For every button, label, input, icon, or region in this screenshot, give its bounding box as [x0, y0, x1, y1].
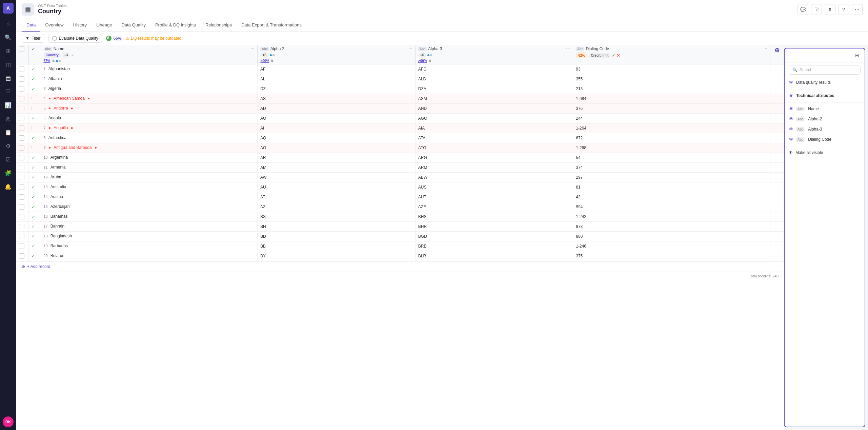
evaluate-dq-button[interactable]: Evaluate Data Quality: [48, 34, 102, 43]
cell-check-4[interactable]: [16, 94, 28, 104]
row-checkbox-15[interactable]: [19, 204, 24, 210]
sidebar-icon-chart[interactable]: ◫: [2, 58, 14, 71]
badge-country[interactable]: Country: [44, 53, 61, 58]
row-checkbox-17[interactable]: [19, 224, 24, 229]
more-button[interactable]: ⋯: [852, 4, 863, 15]
sidebar-icon-check[interactable]: ☑: [2, 153, 14, 165]
row-checkbox-20[interactable]: [19, 253, 24, 259]
col-more-dialing[interactable]: ⋯: [763, 46, 767, 51]
panel-search-box[interactable]: 🔍 Search: [789, 65, 861, 75]
row-checkbox-11[interactable]: [19, 165, 24, 170]
help-button[interactable]: ?: [838, 4, 849, 15]
select-all-header[interactable]: [16, 45, 28, 64]
row-checkbox-1[interactable]: [19, 66, 24, 72]
row-checkbox-6[interactable]: [19, 116, 24, 121]
sidebar-icon-settings[interactable]: ⚙: [2, 140, 14, 152]
badge-dialing-62[interactable]: 62%: [576, 53, 587, 58]
checkbox-button[interactable]: ☑: [811, 4, 822, 15]
sidebar-icon-grid[interactable]: ⊞: [2, 45, 14, 57]
row-checkbox-10[interactable]: [19, 155, 24, 160]
tab-data-quality[interactable]: Data Quality: [117, 19, 150, 32]
row-checkbox-19[interactable]: [19, 243, 24, 249]
filter-button[interactable]: ▼ Filter: [22, 34, 44, 43]
cell-check-3[interactable]: [16, 84, 28, 94]
add-column-icon[interactable]: ⊕: [774, 47, 780, 54]
row-checkbox-18[interactable]: [19, 234, 24, 239]
badge-x[interactable]: ✕: [617, 53, 620, 58]
sidebar-icon-bell[interactable]: 🔔: [2, 180, 14, 193]
col-more-alpha2[interactable]: ⋯: [408, 46, 412, 51]
sidebar-icon-catalog[interactable]: 📋: [2, 126, 14, 138]
panel-item-name[interactable]: 👁 Abc Name: [785, 104, 865, 114]
row-checkbox-14[interactable]: [19, 194, 24, 200]
badge-alpha3-plus[interactable]: +6: [418, 53, 426, 58]
panel-item-alpha3[interactable]: 👁 Abc Alpha-3: [785, 124, 865, 134]
cell-check-1[interactable]: [16, 64, 28, 74]
sidebar-icon-shield[interactable]: 🛡: [2, 85, 14, 98]
cell-check-6[interactable]: [16, 114, 28, 123]
badge-credit-limit[interactable]: Credit limit: [589, 53, 610, 58]
badge-plus3[interactable]: +3: [62, 53, 70, 58]
pct-alpha2[interactable]: >99%: [260, 59, 269, 63]
panel-item-alpha2[interactable]: 👁 Abc Alpha-2: [785, 114, 865, 124]
panel-item-technical[interactable]: 👁 Technical attributes: [785, 91, 865, 101]
cell-check-5[interactable]: [16, 104, 28, 114]
row-checkbox-16[interactable]: [19, 214, 24, 219]
sidebar-icon-puzzle[interactable]: 🧩: [2, 167, 14, 179]
col-more-alpha3[interactable]: ⋯: [566, 46, 570, 51]
cell-check-2[interactable]: [16, 74, 28, 84]
app-logo[interactable]: A: [3, 3, 14, 14]
tab-lineage[interactable]: Lineage: [92, 19, 117, 32]
select-all-checkbox[interactable]: [19, 46, 24, 52]
cell-check-17[interactable]: [16, 222, 28, 232]
row-checkbox-3[interactable]: [19, 86, 24, 92]
cell-check-20[interactable]: [16, 251, 28, 261]
cell-check-9[interactable]: [16, 143, 28, 153]
tab-relationships[interactable]: Relationships: [201, 19, 237, 32]
tab-profile-dq[interactable]: Profile & DQ insights: [150, 19, 201, 32]
cell-check-14[interactable]: [16, 192, 28, 202]
share-button[interactable]: ⬆: [825, 4, 835, 15]
sort-alpha2[interactable]: ⇅: [270, 59, 273, 63]
cell-check-7[interactable]: [16, 123, 28, 133]
badge-alpha2-plus[interactable]: +6: [260, 53, 268, 58]
tab-history[interactable]: History: [68, 19, 92, 32]
table-wrapper[interactable]: ✓ Abc Name ⋯ Country: [16, 45, 784, 430]
cell-check-18[interactable]: [16, 232, 28, 241]
row-checkbox-7[interactable]: [19, 125, 24, 131]
row-checkbox-12[interactable]: [19, 175, 24, 180]
sort-name[interactable]: ⇅: [52, 59, 55, 63]
make-all-visible-button[interactable]: 👁 Make all visible: [785, 148, 865, 158]
cell-check-11[interactable]: [16, 163, 28, 173]
row-checkbox-2[interactable]: [19, 76, 24, 82]
sort-alpha3[interactable]: ⇅: [428, 59, 431, 63]
cell-check-12[interactable]: [16, 173, 28, 182]
dq-percent[interactable]: 66%: [114, 36, 122, 41]
tab-data[interactable]: Data: [22, 19, 40, 32]
col-more-name[interactable]: ⋯: [250, 46, 255, 51]
pct-alpha3[interactable]: >99%: [418, 59, 427, 63]
panel-item-dq-results[interactable]: 👁 Data quality results: [785, 77, 865, 87]
sidebar-icon-explore[interactable]: ◎: [2, 113, 14, 125]
sidebar-icon-search[interactable]: 🔍: [2, 31, 14, 43]
sidebar-icon-analytics[interactable]: 📊: [2, 99, 14, 111]
add-column-header[interactable]: ⊕: [770, 45, 784, 64]
sidebar-icon-home[interactable]: ⌂: [2, 18, 14, 30]
comment-button[interactable]: 💬: [798, 4, 808, 15]
row-checkbox-13[interactable]: [19, 184, 24, 190]
row-checkbox-8[interactable]: [19, 135, 24, 141]
cell-check-8[interactable]: [16, 133, 28, 143]
user-avatar[interactable]: RK: [3, 416, 14, 427]
panel-toggle-icon[interactable]: ⊟: [854, 51, 861, 59]
cell-check-13[interactable]: [16, 182, 28, 192]
tab-overview[interactable]: Overview: [40, 19, 68, 32]
panel-item-dialing[interactable]: 👁 Abc Dialing Code: [785, 134, 865, 144]
cell-check-19[interactable]: [16, 241, 28, 251]
pct-name[interactable]: 67%: [44, 59, 51, 63]
cell-check-10[interactable]: [16, 153, 28, 163]
sidebar-icon-table[interactable]: ▤: [2, 72, 14, 84]
row-checkbox-4[interactable]: [19, 96, 24, 101]
row-checkbox-9[interactable]: [19, 145, 24, 151]
cell-check-15[interactable]: [16, 202, 28, 212]
tab-export[interactable]: Data Export & Transformations: [237, 19, 306, 32]
